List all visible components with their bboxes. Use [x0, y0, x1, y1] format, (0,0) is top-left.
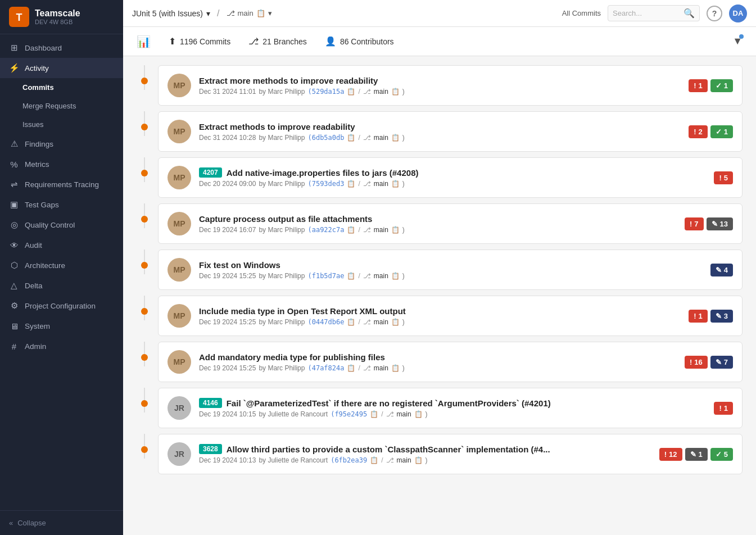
- chart-icon[interactable]: 📊: [137, 35, 151, 48]
- copy-branch-icon[interactable]: 📋: [391, 134, 400, 142]
- copy-hash-icon[interactable]: 📋: [370, 456, 378, 464]
- project-selector[interactable]: JUnit 5 (with Issues) ▾: [132, 9, 210, 18]
- sidebar-item-activity[interactable]: ⚡ Activity: [0, 58, 123, 78]
- sidebar-label-merge-requests: Merge Requests: [22, 102, 76, 110]
- contributors-stat[interactable]: 👤 86 Contributors: [325, 36, 394, 47]
- commit-badge[interactable]: ✎1: [685, 448, 708, 461]
- copy-hash-icon[interactable]: 📋: [347, 180, 355, 188]
- sidebar-item-requirements-tracing[interactable]: ⇌ Requirements Tracing: [0, 174, 123, 194]
- help-button[interactable]: ?: [707, 6, 722, 21]
- sidebar-item-issues[interactable]: Issues: [0, 115, 123, 134]
- timeline-item: MPAdd mandatory media type for publishin…: [137, 342, 743, 382]
- search-box[interactable]: 🔍: [608, 5, 700, 21]
- commit-badge[interactable]: !1: [714, 402, 733, 415]
- copy-branch-icon[interactable]: 📋: [391, 318, 400, 326]
- commit-card[interactable]: MPCapture process output as file attachm…: [158, 203, 743, 244]
- issue-tag[interactable]: 4207: [199, 167, 222, 178]
- commit-info: 4146Fail `@ParameterizedTest` if there a…: [199, 398, 706, 418]
- copy-branch-icon[interactable]: 📋: [391, 364, 400, 372]
- sidebar-item-findings[interactable]: ⚠ Findings: [0, 134, 123, 154]
- collapse-button[interactable]: « Collapse: [0, 510, 123, 535]
- user-avatar[interactable]: DA: [729, 4, 747, 22]
- search-input[interactable]: [613, 9, 680, 17]
- chevron-left-icon: «: [9, 519, 13, 527]
- copy-hash-icon[interactable]: 📋: [347, 134, 355, 142]
- sidebar-item-test-gaps[interactable]: ▣ Test Gaps: [0, 194, 123, 215]
- commit-branch: main: [374, 272, 388, 280]
- branches-stat[interactable]: ⎇ 21 Branches: [248, 36, 307, 47]
- commit-branch: main: [374, 226, 388, 234]
- copy-hash-icon[interactable]: 📋: [347, 226, 355, 234]
- badge-count: 16: [694, 358, 702, 366]
- branch-selector[interactable]: ⎇ main 📋 ▾: [227, 9, 272, 17]
- commit-info: Extract methods to improve readability D…: [199, 122, 681, 142]
- sidebar-item-dashboard[interactable]: ⊞ Dashboard: [0, 38, 123, 58]
- timeline-dot: [141, 78, 148, 84]
- commit-badge[interactable]: ✓5: [710, 448, 733, 461]
- commit-hash[interactable]: (f1b5d7ae: [307, 272, 344, 280]
- commit-card[interactable]: MPInclude media type in Open Test Report…: [158, 296, 743, 336]
- commit-badge[interactable]: !5: [714, 171, 733, 184]
- commit-badge[interactable]: !12: [659, 448, 682, 461]
- issue-tag[interactable]: 4146: [199, 398, 222, 408]
- commit-hash[interactable]: (529da15a: [307, 88, 344, 96]
- sidebar-item-admin[interactable]: # Admin: [0, 336, 123, 356]
- copy-branch-icon[interactable]: 📋: [391, 180, 400, 188]
- sidebar-item-architecture[interactable]: ⬡ Architecture: [0, 255, 123, 275]
- sidebar-item-quality-control[interactable]: ◎ Quality Control: [0, 215, 123, 235]
- commit-hash[interactable]: (0447db6e: [307, 318, 344, 326]
- sidebar-item-audit[interactable]: 👁 Audit: [0, 235, 123, 255]
- copy-hash-icon[interactable]: 📋: [347, 272, 355, 280]
- commit-card[interactable]: MPExtract methods to improve readability…: [158, 111, 743, 152]
- commit-badge[interactable]: !2: [689, 125, 708, 138]
- commit-badge[interactable]: ✓1: [710, 79, 733, 92]
- sidebar-item-project-configuration[interactable]: ⚙ Project Configuration: [0, 296, 123, 316]
- copy-hash-icon[interactable]: 📋: [370, 410, 378, 418]
- commit-title-text: Capture process output as file attachmen…: [199, 214, 372, 224]
- commit-card[interactable]: MPAdd mandatory media type for publishin…: [158, 342, 743, 382]
- badge-icon: !: [694, 312, 696, 320]
- sidebar-item-delta[interactable]: △ Delta: [0, 275, 123, 296]
- commit-card[interactable]: MPExtract more methods to improve readab…: [158, 65, 743, 106]
- copy-hash-icon[interactable]: 📋: [347, 318, 355, 326]
- commit-badge[interactable]: ✎4: [710, 264, 733, 276]
- commit-card[interactable]: JR3628Allow third parties to provide a c…: [158, 434, 743, 474]
- commit-hash[interactable]: (6db5a0db: [307, 134, 344, 142]
- commit-badge[interactable]: !1: [689, 310, 708, 323]
- copy-branch-icon[interactable]: 📋: [414, 456, 423, 464]
- commit-card[interactable]: MP4207Add native-image.properties files …: [158, 157, 743, 198]
- copy-branch-icon[interactable]: 📋: [414, 410, 423, 418]
- sidebar-item-system[interactable]: 🖥 System: [0, 316, 123, 336]
- dashboard-icon: ⊞: [9, 43, 19, 53]
- issue-tag[interactable]: 3628: [199, 444, 222, 454]
- copy-hash-icon[interactable]: 📋: [347, 88, 355, 96]
- commit-hash[interactable]: (6fb2ea39: [331, 456, 367, 464]
- commit-hash[interactable]: (f95e2495: [331, 410, 367, 418]
- commit-badge[interactable]: ✎13: [707, 217, 733, 230]
- sidebar-item-merge-requests[interactable]: Merge Requests: [0, 97, 123, 115]
- logo-area[interactable]: T Teamscale DEV 4W 8GB: [0, 0, 123, 34]
- copy-hash-icon[interactable]: 📋: [347, 364, 355, 372]
- commit-hash[interactable]: (47af824a: [307, 364, 344, 372]
- copy-branch-icon[interactable]: 📋: [391, 88, 400, 96]
- commit-badge[interactable]: ✎3: [710, 310, 733, 323]
- commits-stat[interactable]: ⬆ 1196 Commits: [169, 36, 230, 47]
- timeline-dot-col: [137, 296, 152, 315]
- commit-hash[interactable]: (7593ded3: [307, 180, 344, 188]
- commit-card[interactable]: MPFix test on Windows Dec 19 2024 15:25 …: [158, 250, 743, 290]
- copy-branch-icon[interactable]: 📋: [391, 226, 400, 234]
- commit-badge[interactable]: !7: [685, 217, 704, 230]
- sidebar-item-commits[interactable]: Commits: [0, 78, 123, 97]
- commit-badge[interactable]: ✎7: [710, 356, 733, 369]
- commit-card[interactable]: JR4146Fail `@ParameterizedTest` if there…: [158, 388, 743, 428]
- commit-badge[interactable]: ✓1: [710, 125, 733, 138]
- commit-badge[interactable]: !1: [689, 79, 708, 92]
- commit-date: Dec 19 2024 15:25: [199, 272, 256, 280]
- commit-badge[interactable]: !16: [685, 356, 708, 369]
- badge-icon: ✎: [716, 312, 722, 320]
- svg-text:T: T: [16, 12, 22, 23]
- copy-branch-icon[interactable]: 📋: [391, 272, 400, 280]
- filter-button[interactable]: ▼: [732, 35, 743, 47]
- sidebar-item-metrics[interactable]: % Metrics: [0, 154, 123, 174]
- commit-hash[interactable]: (aa922c7a: [307, 226, 344, 234]
